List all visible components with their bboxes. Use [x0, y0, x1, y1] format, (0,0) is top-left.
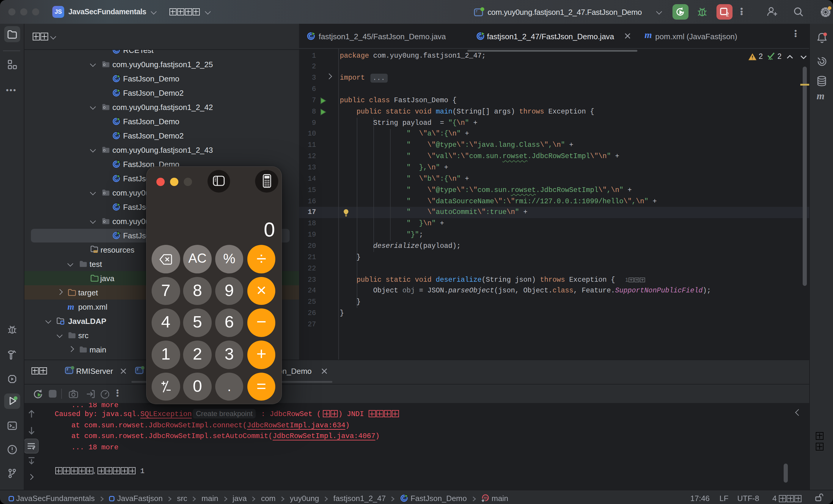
svg-text:2: 2 [726, 11, 729, 17]
